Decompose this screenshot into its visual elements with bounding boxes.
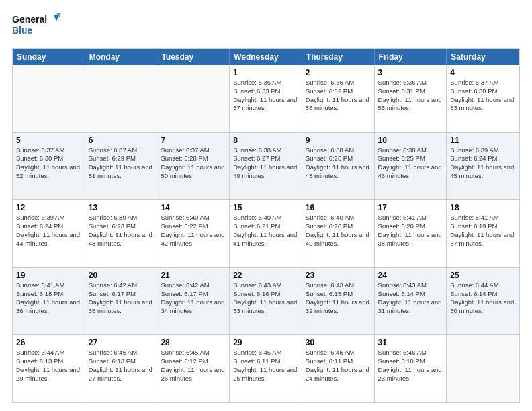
day-info-5: Sunrise: 6:37 AM Sunset: 6:30 PM Dayligh… (16, 146, 81, 181)
day-info-6: Sunrise: 6:37 AM Sunset: 6:29 PM Dayligh… (89, 146, 154, 181)
day-info-4: Sunrise: 6:37 AM Sunset: 6:30 PM Dayligh… (450, 79, 516, 113)
day-number-9: 9 (306, 136, 371, 145)
day-30: 30Sunrise: 6:46 AM Sunset: 6:11 PM Dayli… (302, 335, 375, 402)
day-8: 8Sunrise: 6:38 AM Sunset: 6:27 PM Daylig… (230, 133, 302, 200)
day-16: 16Sunrise: 6:40 AM Sunset: 6:20 PM Dayli… (302, 200, 375, 267)
day-number-12: 12 (16, 203, 81, 212)
logo-svg: General Blue (12, 12, 60, 42)
day-number-31: 31 (378, 338, 443, 347)
header-friday: Friday (375, 49, 447, 65)
day-info-13: Sunrise: 6:39 AM Sunset: 6:23 PM Dayligh… (89, 214, 154, 248)
day-7: 7Sunrise: 6:37 AM Sunset: 6:28 PM Daylig… (157, 133, 230, 200)
day-number-11: 11 (450, 136, 516, 145)
day-22: 22Sunrise: 6:43 AM Sunset: 6:16 PM Dayli… (230, 268, 302, 335)
calendar-header: SundayMondayTuesdayWednesdayThursdayFrid… (13, 49, 519, 65)
day-info-1: Sunrise: 6:36 AM Sunset: 6:33 PM Dayligh… (233, 79, 298, 113)
day-27: 27Sunrise: 6:45 AM Sunset: 6:13 PM Dayli… (85, 335, 158, 402)
day-31: 31Sunrise: 6:46 AM Sunset: 6:10 PM Dayli… (375, 335, 447, 402)
day-info-10: Sunrise: 6:38 AM Sunset: 6:25 PM Dayligh… (378, 146, 443, 181)
day-17: 17Sunrise: 6:41 AM Sunset: 6:20 PM Dayli… (375, 200, 447, 267)
day-number-17: 17 (378, 203, 443, 212)
day-18: 18Sunrise: 6:41 AM Sunset: 6:19 PM Dayli… (447, 200, 519, 267)
day-info-23: Sunrise: 6:43 AM Sunset: 6:15 PM Dayligh… (306, 281, 371, 316)
day-info-26: Sunrise: 6:44 AM Sunset: 6:13 PM Dayligh… (16, 349, 81, 383)
day-number-13: 13 (89, 203, 154, 212)
day-number-22: 22 (233, 271, 298, 280)
day-13: 13Sunrise: 6:39 AM Sunset: 6:23 PM Dayli… (85, 200, 158, 267)
day-info-24: Sunrise: 6:43 AM Sunset: 6:14 PM Dayligh… (378, 281, 443, 316)
day-number-29: 29 (233, 338, 298, 347)
day-21: 21Sunrise: 6:42 AM Sunset: 6:17 PM Dayli… (157, 268, 230, 335)
empty-cell-0-1 (85, 65, 158, 132)
day-info-27: Sunrise: 6:45 AM Sunset: 6:13 PM Dayligh… (89, 349, 154, 383)
day-info-16: Sunrise: 6:40 AM Sunset: 6:20 PM Dayligh… (306, 214, 371, 248)
day-number-24: 24 (378, 271, 443, 280)
day-number-21: 21 (161, 271, 226, 280)
day-number-20: 20 (89, 271, 154, 280)
day-number-18: 18 (450, 203, 516, 212)
day-info-31: Sunrise: 6:46 AM Sunset: 6:10 PM Dayligh… (378, 349, 443, 383)
day-number-28: 28 (161, 338, 226, 347)
day-info-29: Sunrise: 6:45 AM Sunset: 6:11 PM Dayligh… (233, 349, 298, 383)
calendar-row-3: 19Sunrise: 6:41 AM Sunset: 6:18 PM Dayli… (13, 268, 519, 336)
day-24: 24Sunrise: 6:43 AM Sunset: 6:14 PM Dayli… (375, 268, 447, 335)
day-5: 5Sunrise: 6:37 AM Sunset: 6:30 PM Daylig… (13, 133, 85, 200)
day-10: 10Sunrise: 6:38 AM Sunset: 6:25 PM Dayli… (375, 133, 447, 200)
day-info-7: Sunrise: 6:37 AM Sunset: 6:28 PM Dayligh… (161, 146, 226, 181)
calendar-row-2: 12Sunrise: 6:39 AM Sunset: 6:24 PM Dayli… (13, 200, 519, 268)
header-wednesday: Wednesday (230, 49, 302, 65)
day-number-1: 1 (233, 68, 298, 77)
header-saturday: Saturday (447, 49, 519, 65)
calendar-row-4: 26Sunrise: 6:44 AM Sunset: 6:13 PM Dayli… (13, 335, 519, 402)
day-number-30: 30 (306, 338, 371, 347)
day-info-17: Sunrise: 6:41 AM Sunset: 6:20 PM Dayligh… (378, 214, 443, 248)
day-info-21: Sunrise: 6:42 AM Sunset: 6:17 PM Dayligh… (161, 281, 226, 316)
header-monday: Monday (85, 49, 158, 65)
day-20: 20Sunrise: 6:42 AM Sunset: 6:17 PM Dayli… (85, 268, 158, 335)
calendar-row-1: 5Sunrise: 6:37 AM Sunset: 6:30 PM Daylig… (13, 133, 519, 201)
day-number-6: 6 (89, 136, 154, 145)
day-number-8: 8 (233, 136, 298, 145)
day-26: 26Sunrise: 6:44 AM Sunset: 6:13 PM Dayli… (13, 335, 85, 402)
day-info-20: Sunrise: 6:42 AM Sunset: 6:17 PM Dayligh… (89, 281, 154, 316)
page: General Blue SundayMondayTuesdayWednesda… (0, 0, 532, 411)
day-info-19: Sunrise: 6:41 AM Sunset: 6:18 PM Dayligh… (16, 281, 81, 316)
svg-text:General: General (12, 14, 47, 25)
day-info-11: Sunrise: 6:39 AM Sunset: 6:24 PM Dayligh… (450, 146, 516, 181)
day-11: 11Sunrise: 6:39 AM Sunset: 6:24 PM Dayli… (447, 133, 519, 200)
day-15: 15Sunrise: 6:40 AM Sunset: 6:21 PM Dayli… (230, 200, 302, 267)
day-19: 19Sunrise: 6:41 AM Sunset: 6:18 PM Dayli… (13, 268, 85, 335)
day-1: 1Sunrise: 6:36 AM Sunset: 6:33 PM Daylig… (230, 65, 302, 132)
empty-cell-0-0 (13, 65, 85, 132)
day-number-26: 26 (16, 338, 81, 347)
day-number-4: 4 (450, 68, 516, 77)
day-info-14: Sunrise: 6:40 AM Sunset: 6:22 PM Dayligh… (161, 214, 226, 248)
calendar: SundayMondayTuesdayWednesdayThursdayFrid… (12, 48, 520, 403)
empty-cell-0-2 (157, 65, 230, 132)
day-number-27: 27 (89, 338, 154, 347)
day-number-15: 15 (233, 203, 298, 212)
day-info-8: Sunrise: 6:38 AM Sunset: 6:27 PM Dayligh… (233, 146, 298, 181)
day-number-14: 14 (161, 203, 226, 212)
header-thursday: Thursday (302, 49, 375, 65)
header-sunday: Sunday (13, 49, 85, 65)
header-tuesday: Tuesday (157, 49, 230, 65)
day-6: 6Sunrise: 6:37 AM Sunset: 6:29 PM Daylig… (85, 133, 158, 200)
day-number-19: 19 (16, 271, 81, 280)
day-info-15: Sunrise: 6:40 AM Sunset: 6:21 PM Dayligh… (233, 214, 298, 248)
day-number-7: 7 (161, 136, 226, 145)
day-info-30: Sunrise: 6:46 AM Sunset: 6:11 PM Dayligh… (306, 349, 371, 383)
day-3: 3Sunrise: 6:36 AM Sunset: 6:31 PM Daylig… (375, 65, 447, 132)
day-number-2: 2 (306, 68, 371, 77)
day-4: 4Sunrise: 6:37 AM Sunset: 6:30 PM Daylig… (447, 65, 519, 132)
day-number-16: 16 (306, 203, 371, 212)
day-12: 12Sunrise: 6:39 AM Sunset: 6:24 PM Dayli… (13, 200, 85, 267)
day-28: 28Sunrise: 6:45 AM Sunset: 6:12 PM Dayli… (157, 335, 230, 402)
day-info-25: Sunrise: 6:44 AM Sunset: 6:14 PM Dayligh… (450, 281, 516, 316)
day-25: 25Sunrise: 6:44 AM Sunset: 6:14 PM Dayli… (447, 268, 519, 335)
day-2: 2Sunrise: 6:36 AM Sunset: 6:32 PM Daylig… (302, 65, 375, 132)
day-number-23: 23 (306, 271, 371, 280)
day-info-9: Sunrise: 6:38 AM Sunset: 6:26 PM Dayligh… (306, 146, 371, 181)
day-number-10: 10 (378, 136, 443, 145)
day-number-25: 25 (450, 271, 516, 280)
